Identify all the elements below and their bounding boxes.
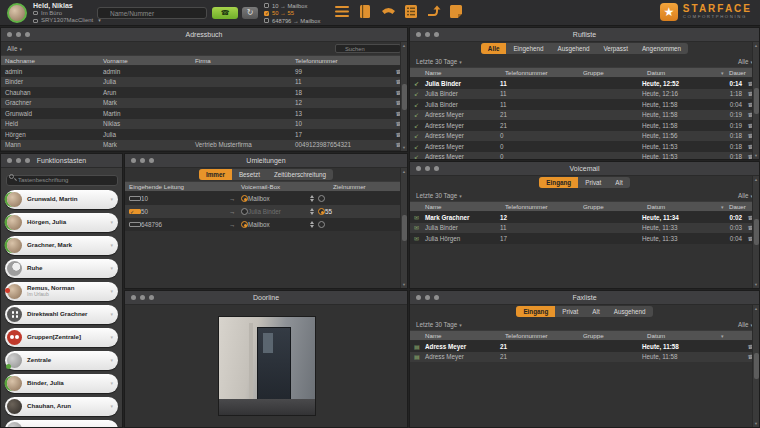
voicemail-radio[interactable] [241,221,248,228]
function-key[interactable]: Gruppen[Zentrale]▾ [5,328,118,347]
faxliste-column-header[interactable]: Name Telefonnummer Gruppe Datum ▾ [410,330,759,341]
table-row[interactable]: HeldNiklas10☎ [1,119,407,130]
voicemail-radio[interactable] [241,208,248,215]
redirect-checkbox[interactable] [264,11,269,16]
tab-verpasst[interactable]: Verpasst [596,43,635,54]
stepper-up-icon[interactable] [310,208,314,211]
funktionstasten-search-input[interactable] [6,175,118,186]
scrollbar[interactable]: ▲▼ [752,305,759,427]
stepper[interactable] [306,221,318,228]
list-item[interactable]: ↙Julia Binder11Heute, 11:580:04☎ [410,99,759,110]
stepper[interactable] [306,208,318,215]
zielnummer-radio[interactable] [318,221,325,228]
voicemail-icon[interactable] [450,5,462,18]
redirect-item[interactable]: 648796 → Mailbox [264,17,320,25]
tab-ausgehend[interactable]: Ausgehend [607,306,653,317]
redirect-icon[interactable] [427,5,441,18]
stepper-up-icon[interactable] [310,221,314,224]
voicemail-box-select[interactable]: Mailbox [248,221,306,228]
tab-besetzt[interactable]: Besetzt [232,169,267,180]
umleitung-checkbox[interactable] [129,209,141,214]
list-item[interactable]: ↙Adress Meyer21Heute, 11:580:19☎ [410,110,759,121]
table-row[interactable]: adminadmin99☎ [1,66,407,77]
stepper[interactable] [306,195,318,202]
phone-icon[interactable] [381,5,396,18]
tab-eingang[interactable]: Eingang [516,306,555,317]
addressbook-icon[interactable] [359,5,372,18]
function-key[interactable]: Zentrale▾ [5,351,118,370]
period-filter-dropdown[interactable]: Letzte 30 Tage▾ [416,58,462,65]
scrollbar[interactable]: ▲▼ [752,176,759,288]
list-item[interactable]: ↙Adress Meyer0Heute, 11:530:18☎ [410,141,759,152]
redirect-item[interactable]: 50 → 55 [264,10,320,18]
period-filter-dropdown[interactable]: Letzte 30 Tage▾ [416,321,462,328]
redirect-item[interactable]: 10 → Mailbox [264,2,320,10]
function-key[interactable]: Grunwald, Martin▾ [5,190,118,209]
table-row[interactable]: HörgenJulia17☎ [1,129,407,140]
scrollbar[interactable]: ▲▼ [752,42,759,159]
voicemail-box-select[interactable]: Julia Binder [248,208,306,215]
table-row[interactable]: BinderJulia11☎ [1,77,407,88]
table-row[interactable]: MannMarkVertrieb Musterfirma004912398765… [1,140,407,151]
list-filter-dropdown[interactable]: Alle▾ [738,321,753,328]
stepper-down-icon[interactable] [310,212,314,215]
function-key[interactable]: Ruhe▾ [5,259,118,278]
tab-immer[interactable]: Immer [199,169,232,180]
panel-header[interactable]: Voicemail [410,162,759,176]
rufliste-column-header[interactable]: Name Telefonnummer Gruppe Datum ▾ Dauer [410,67,759,78]
addressbook-filter-dropdown[interactable]: Alle▾ [7,45,22,52]
user-avatar[interactable] [7,3,27,23]
list-item[interactable]: ▤Adress Meyer21Heute, 11:58☎ [410,341,759,352]
zielnummer-radio[interactable] [318,195,325,202]
panel-header[interactable]: Doorline [125,291,407,305]
search-input[interactable] [97,7,207,19]
stepper-down-icon[interactable] [310,225,314,228]
scrollbar[interactable]: ▲▼ [400,168,407,288]
tab-eingang[interactable]: Eingang [539,177,578,188]
panel-header[interactable]: Umleitungen [125,154,407,168]
umleitung-row[interactable]: 10→Mailbox [125,192,407,205]
calllist-icon[interactable] [405,5,418,18]
stepper-down-icon[interactable] [310,199,314,202]
redirect-checkbox[interactable] [264,18,269,23]
voicemail-column-header[interactable]: Name Telefonnummer Gruppe Datum ▾ Dauer [410,201,759,212]
tab-ausgehend[interactable]: Ausgehend [551,43,597,54]
list-item[interactable]: ↙Adress Meyer21Heute, 11:580:19☎ [410,120,759,131]
table-row[interactable]: MeyerAdress16☎ [1,150,407,152]
call-button[interactable]: ☎ [212,7,238,19]
list-item[interactable]: ↙Adress Meyer0Heute, 11:530:18☎ [410,152,759,161]
menu-icon[interactable] [335,5,350,18]
scrollbar[interactable]: ▲▼ [400,42,407,151]
voicemail-box-select[interactable]: Mailbox [248,195,306,202]
user-status[interactable]: Im Büro [33,10,101,18]
table-row[interactable]: GrachnerMark12☎ [1,98,407,109]
redirect-checkbox[interactable] [264,3,269,8]
tab-alle[interactable]: Alle [481,43,507,54]
function-key[interactable]: Hörgen, Julia▾ [5,213,118,232]
function-key[interactable]: Remus, NormanIm Urlaub▾ [5,282,118,301]
list-item[interactable]: ▤Adress Meyer21Heute, 11:58☎ [410,352,759,363]
tab-eingehend[interactable]: Eingehend [506,43,550,54]
zielnummer-radio[interactable] [318,208,325,215]
tab-angenommen[interactable]: Angenommen [635,43,688,54]
list-item[interactable]: ✉Julia Hörgen17Heute, 11:330:04☎ [410,233,759,244]
function-key[interactable]: Direktwahl Grachner▾ [5,305,118,324]
function-key[interactable]: Grachner, Mark▾ [5,236,118,255]
list-filter-dropdown[interactable]: Alle▾ [738,192,753,199]
stepper-up-icon[interactable] [310,195,314,198]
list-item[interactable]: ✉Julia Binder11Heute, 11:330:03☎ [410,223,759,234]
list-item[interactable]: ✉Mark Grachner12Heute, 11:340:02☎ [410,212,759,223]
tab-privat[interactable]: Privat [555,306,585,317]
addressbook-search-input[interactable] [335,44,401,53]
table-row[interactable]: GrunwaldMartin13☎ [1,108,407,119]
function-key[interactable]: Binder, Julia▾ [5,374,118,393]
panel-header[interactable]: Adressbuch [1,28,407,42]
umleitung-checkbox[interactable] [129,196,141,201]
function-key[interactable]: Meyer, Adress▾ [5,420,118,428]
list-filter-dropdown[interactable]: Alle▾ [738,58,753,65]
umleitung-row[interactable]: 648796→Mailbox [125,218,407,231]
list-item[interactable]: ↙Julia Binder11Heute, 12:161:18☎ [410,89,759,100]
tab-privat[interactable]: Privat [578,177,608,188]
tab-alt[interactable]: Alt [608,177,629,188]
umleitung-checkbox[interactable] [129,222,141,227]
